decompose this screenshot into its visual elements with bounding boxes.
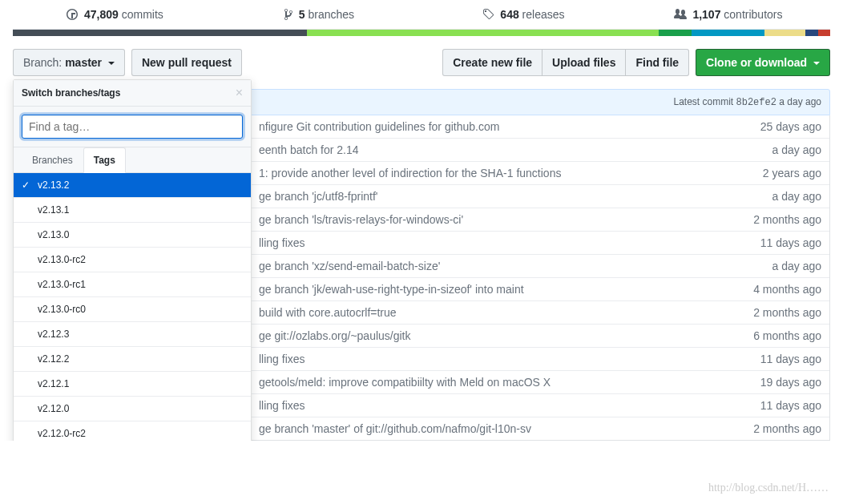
branches-count: 5	[299, 8, 305, 21]
commits-count: 47,809	[84, 8, 119, 21]
commit-time: 2 months ago	[740, 306, 821, 319]
commit-time: 11 days ago	[748, 353, 821, 365]
branch-icon	[284, 8, 292, 21]
caret-down-icon	[108, 62, 115, 68]
contributors-label: contributors	[724, 8, 782, 21]
close-icon[interactable]: ×	[236, 87, 243, 99]
commit-time: 11 days ago	[748, 236, 821, 249]
lang-seg	[805, 30, 817, 36]
lang-seg	[818, 30, 830, 36]
commit-time: 6 months ago	[740, 329, 821, 342]
find-file-button[interactable]: Find file	[625, 49, 689, 76]
tag-item[interactable]: v2.13.0-rc1	[14, 272, 251, 297]
releases-label: releases	[522, 8, 565, 21]
commit-time: 11 days ago	[748, 399, 821, 412]
tag-item[interactable]: v2.13.0	[14, 223, 251, 248]
commit-time: 2 months ago	[740, 213, 821, 226]
selector-filter	[14, 107, 251, 147]
language-color-bar[interactable]	[13, 30, 830, 36]
lang-seg	[692, 30, 765, 36]
branch-select-button[interactable]: Branch: master	[13, 49, 125, 76]
tab-tags[interactable]: Tags	[83, 147, 126, 173]
commit-time: 2 years ago	[750, 167, 821, 179]
tag-item[interactable]: v2.13.1	[14, 198, 251, 223]
commits-stat[interactable]: 47,809 commits	[13, 0, 217, 29]
stats-bar: 47,809 commits 5 branches 648 releases 1…	[13, 0, 830, 30]
selector-header: Switch branches/tags ×	[14, 80, 251, 107]
tab-branches[interactable]: Branches	[22, 147, 83, 173]
commit-time: 4 months ago	[740, 283, 821, 296]
contributors-stat[interactable]: 1,107 contributors	[626, 0, 830, 29]
commit-time: a day ago	[760, 143, 822, 156]
releases-count: 648	[500, 8, 518, 21]
lang-seg	[659, 30, 692, 36]
releases-stat[interactable]: 648 releases	[422, 0, 626, 29]
commit-time: a day ago	[760, 190, 822, 203]
tag-item[interactable]: v2.13.0-rc0	[14, 297, 251, 322]
clone-download-button[interactable]: Clone or download	[696, 49, 830, 76]
commit-time: a day ago	[779, 96, 821, 107]
commits-label: commits	[122, 8, 163, 21]
lang-seg	[764, 30, 805, 36]
commit-time: 2 months ago	[740, 422, 821, 435]
tag-icon	[482, 8, 494, 21]
tags-list[interactable]: v2.13.2 v2.13.1 v2.13.0 v2.13.0-rc2 v2.1…	[14, 173, 251, 441]
tag-item[interactable]: v2.12.2	[14, 347, 251, 372]
tag-filter-input[interactable]	[22, 115, 243, 139]
branch-label: Branch:	[23, 56, 62, 69]
branches-stat[interactable]: 5 branches	[217, 0, 422, 29]
tag-item[interactable]: v2.12.0-rc2	[14, 421, 251, 441]
commit-sha[interactable]: 8b2efe2	[736, 97, 776, 108]
new-pull-request-button[interactable]: New pull request	[131, 49, 242, 76]
tag-item[interactable]: v2.13.0-rc2	[14, 248, 251, 272]
tag-item[interactable]: v2.13.2	[14, 173, 251, 198]
people-icon	[674, 8, 687, 21]
selector-tabs: Branches Tags	[14, 147, 251, 173]
branch-tag-selector: Switch branches/tags × Branches Tags v2.…	[13, 79, 252, 441]
contributors-count: 1,107	[692, 8, 720, 21]
upload-files-button[interactable]: Upload files	[542, 49, 626, 76]
tag-item[interactable]: v2.12.0	[14, 397, 251, 421]
branch-name: master	[65, 56, 102, 69]
commit-prefix: Latest commit	[673, 96, 733, 107]
commit-time: a day ago	[760, 260, 822, 272]
branches-label: branches	[308, 8, 354, 21]
commit-time: 25 days ago	[748, 120, 821, 133]
history-icon	[67, 8, 78, 21]
commit-time: 19 days ago	[748, 376, 821, 389]
tag-item[interactable]: v2.12.1	[14, 372, 251, 397]
create-file-button[interactable]: Create new file	[442, 49, 543, 76]
repo-toolbar: Branch: master New pull request Create n…	[13, 36, 830, 89]
lang-seg	[13, 30, 307, 36]
clone-label: Clone or download	[706, 56, 807, 69]
selector-title: Switch branches/tags	[22, 87, 120, 99]
lang-seg	[307, 30, 659, 36]
file-actions-group: Create new file Upload files Find file	[442, 49, 689, 76]
tag-item[interactable]: v2.12.3	[14, 322, 251, 347]
caret-down-icon	[813, 62, 820, 68]
